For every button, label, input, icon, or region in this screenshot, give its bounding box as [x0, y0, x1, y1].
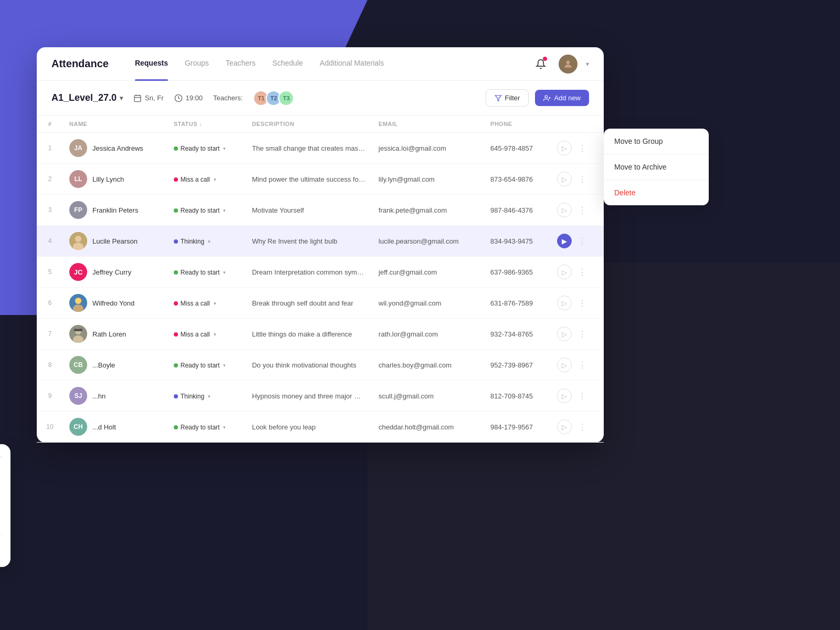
status-dropdown-arrow: ▾ [223, 363, 226, 368]
cell-email: jeff.cur@gmail.com [372, 257, 484, 288]
cell-name: CH ...d Holt [63, 412, 167, 443]
nav-tabs: Requests Groups Teachers Schedule Additi… [135, 59, 510, 69]
svg-rect-18 [74, 329, 82, 331]
teacher-avatar-3[interactable]: T3 [278, 90, 294, 106]
cell-email: lily.lyn@gmail.com [372, 164, 484, 195]
table-row[interactable]: 1 JA Jessica Andrews Ready to start ▾ Th… [37, 133, 604, 164]
cell-name-text: ...d Holt [92, 423, 116, 431]
cell-description: Look before you leap [246, 412, 372, 443]
action-arrow-btn[interactable]: ▷ [557, 327, 572, 341]
student-card-name: Lucile Pearson [0, 510, 2, 519]
table-row[interactable]: 2 LL Lilly Lynch Miss a call ▾ Mind powe… [37, 164, 604, 195]
user-menu-arrow[interactable]: ▾ [586, 60, 589, 68]
cell-status[interactable]: Ready to start ▾ [167, 257, 246, 288]
cell-phone: 645-978-4857 [484, 133, 551, 164]
more-options-btn[interactable]: ⋮ [576, 172, 589, 186]
cell-num: 9 [37, 381, 63, 412]
table-row[interactable]: 9 SJ ...hn Thinking ▾ Hypnosis money and… [37, 381, 604, 412]
student-card-more[interactable]: ··· [0, 453, 2, 462]
svg-point-0 [566, 60, 570, 64]
cell-status[interactable]: Ready to start ▾ [167, 350, 246, 381]
table-row[interactable]: 8 CB ...Boyle Ready to start ▾ Do you th… [37, 350, 604, 381]
cell-description: Do you think motivational thoughts [246, 350, 372, 381]
cell-actions: ▶ ⋮ [551, 226, 604, 257]
action-arrow-btn[interactable]: ▷ [557, 265, 572, 279]
teachers-label: Teachers: [213, 94, 243, 102]
action-arrow-btn[interactable]: ▷ [557, 296, 572, 310]
cell-status[interactable]: Ready to start ▾ [167, 195, 246, 226]
cell-description: Mind power the ultimate success formula [246, 164, 372, 195]
table-row[interactable]: 6 Wilfredo Yond Miss a call ▾ Break thro… [37, 288, 604, 319]
cell-status[interactable]: Ready to start ▾ [167, 133, 246, 164]
status-label: Thinking [181, 238, 204, 245]
row-avatar: LL [69, 170, 87, 188]
cell-email: scull.j@gmail.com [372, 381, 484, 412]
action-arrow-btn[interactable]: ▷ [557, 172, 572, 186]
svg-rect-1 [134, 95, 141, 101]
cell-description: Why Re Invent the light bulb [246, 226, 372, 257]
status-label: Ready to start [181, 424, 220, 431]
table-row[interactable]: 4 Lucile Pearson Thinking ▾ Why Re Inven… [37, 226, 604, 257]
row-avatar: SJ [69, 387, 87, 405]
app-title: Attendance [51, 58, 109, 70]
cell-status[interactable]: Miss a call ▾ [167, 319, 246, 350]
row-avatar: JC [69, 263, 87, 281]
cell-name-text: Lucile Pearson [92, 237, 138, 245]
table-row[interactable]: 7 Rath Loren Miss a call ▾ Little things… [37, 319, 604, 350]
more-options-btn[interactable]: ⋮ [576, 296, 589, 310]
more-options-btn[interactable]: ⋮ [576, 358, 589, 372]
action-arrow-btn[interactable]: ▶ [557, 234, 572, 248]
more-options-btn[interactable]: ⋮ [576, 420, 589, 434]
context-move-to-group[interactable]: Move to Group [604, 129, 709, 154]
cell-actions: ▷ ⋮ [551, 288, 604, 319]
more-options-btn[interactable]: ⋮ [576, 141, 589, 155]
cell-actions: ▷ ⋮ [551, 350, 604, 381]
action-arrow-btn[interactable]: ▷ [557, 358, 572, 372]
student-card-header: Student - A1_27 ··· [0, 453, 2, 462]
tab-schedule[interactable]: Schedule [272, 59, 303, 69]
cell-actions: ▷ ⋮ [551, 133, 604, 164]
schedule-info: Sn, Fr [133, 94, 163, 102]
cell-name-text: Jessica Andrews [92, 144, 143, 152]
table-row[interactable]: 5 JC Jeffrey Curry Ready to start ▾ Drea… [37, 257, 604, 288]
cell-email: jessica.loi@gmail.com [372, 133, 484, 164]
more-options-btn[interactable]: ⋮ [576, 389, 589, 403]
cell-status[interactable]: Ready to start ▾ [167, 412, 246, 443]
schedule-time: 19:00 [186, 94, 203, 102]
table-header-row: # NAME STATUS ↕ DESCRIPTION EMAIL PHONE [37, 116, 604, 133]
context-move-to-archive[interactable]: Move to Archive [604, 154, 709, 180]
cell-status[interactable]: Miss a call ▾ [167, 288, 246, 319]
group-name[interactable]: A1_Level_27.0 ▾ [51, 92, 123, 103]
cell-phone: 984-179-9567 [484, 412, 551, 443]
table-row[interactable]: 3 FP Franklin Peters Ready to start ▾ Mo… [37, 195, 604, 226]
context-delete[interactable]: Delete [604, 180, 709, 205]
status-dropdown-arrow: ▾ [223, 208, 226, 213]
action-arrow-btn[interactable]: ▷ [557, 388, 572, 403]
status-dropdown-arrow: ▾ [223, 270, 226, 275]
svg-point-11 [75, 236, 81, 242]
filter-button[interactable]: Filter [486, 89, 529, 107]
cell-email: cheddar.holt@gmail.com [372, 412, 484, 443]
user-avatar[interactable] [559, 55, 578, 74]
cell-actions: ▷ ⋮ [551, 381, 604, 412]
more-options-btn[interactable]: ⋮ [576, 203, 589, 217]
action-arrow-btn[interactable]: ▷ [557, 203, 572, 217]
action-arrow-btn[interactable]: ▷ [557, 419, 572, 434]
cell-status[interactable]: Miss a call ▾ [167, 164, 246, 195]
notifications-bell[interactable] [531, 55, 550, 74]
cell-description: Break through self doubt and fear [246, 288, 372, 319]
tab-teachers[interactable]: Teachers [226, 59, 256, 69]
tab-groups[interactable]: Groups [185, 59, 209, 69]
cell-name: CB ...Boyle [63, 350, 167, 381]
table-row[interactable]: 10 CH ...d Holt Ready to start ▾ Look be… [37, 412, 604, 443]
add-new-button[interactable]: Add new [535, 90, 589, 106]
tab-additional-materials[interactable]: Additional Materials [320, 59, 384, 69]
action-arrow-btn[interactable]: ▷ [557, 141, 572, 155]
cell-status[interactable]: Thinking ▾ [167, 381, 246, 412]
more-options-btn[interactable]: ⋮ [576, 234, 589, 248]
more-options-btn[interactable]: ⋮ [576, 265, 589, 279]
tab-requests[interactable]: Requests [135, 59, 168, 69]
cell-status[interactable]: Thinking ▾ [167, 226, 246, 257]
more-options-btn[interactable]: ⋮ [576, 327, 589, 341]
calendar-icon [133, 94, 142, 102]
